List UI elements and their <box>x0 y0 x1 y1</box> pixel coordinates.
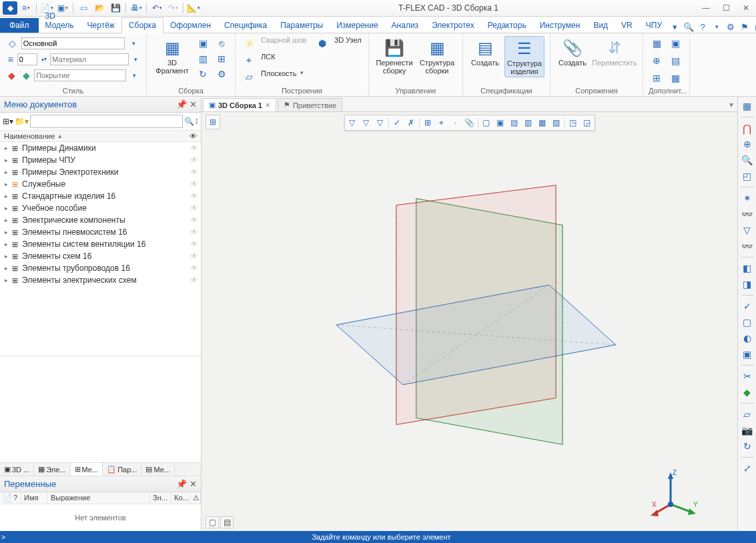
undo-icon[interactable]: ↶▾ <box>149 1 164 15</box>
tab-tools[interactable]: Инструмен <box>533 18 587 33</box>
list-item[interactable]: ▸⊞Примеры ЧПУ👁 <box>0 154 201 166</box>
extra-icon-1[interactable]: ▦ <box>649 36 665 51</box>
assem-gear-icon[interactable]: ⚙ <box>214 67 230 81</box>
app-icon[interactable]: ◆ <box>3 1 17 15</box>
coating-drop-icon[interactable]: ▾ <box>127 68 141 83</box>
panetab-elem[interactable]: ▦Эле... <box>34 463 70 476</box>
rt-expand-icon[interactable]: ⤢ <box>740 461 755 476</box>
minimize-button[interactable]: — <box>696 1 716 15</box>
rt-refresh-icon[interactable]: ↻ <box>740 439 755 454</box>
rt-magnet-icon[interactable]: ⋂ <box>740 121 755 135</box>
lsk-icon[interactable]: ⌖ <box>241 53 257 67</box>
assem-rotate-icon[interactable]: ↻ <box>195 67 211 81</box>
assem-box-icon[interactable]: ▣ <box>195 36 211 51</box>
layer-icon[interactable]: ◇ <box>5 36 20 51</box>
extra-icon-3[interactable]: ⊕ <box>649 53 665 68</box>
3d-viewport[interactable]: ⊞ ▽ ▽ ▽ ✓ ✗ ⊞ ⌖ · 📎 ▢ ▣ ▤ ▥ ▦ ▧ <box>202 112 737 531</box>
rt-green-icon[interactable]: ◆ <box>740 385 755 400</box>
tab-editors[interactable]: Редакторь <box>481 18 533 33</box>
menu-icon[interactable]: ≡▾ <box>19 1 33 15</box>
rt-tri-icon[interactable]: ▽ <box>740 223 755 237</box>
panetab-3d[interactable]: ▣3D ... <box>0 463 34 476</box>
list-item[interactable]: ▸⊞Служебные👁 <box>0 178 201 190</box>
color2-icon[interactable]: ◆ <box>20 68 33 83</box>
vp-view2-icon[interactable]: ▤ <box>220 516 234 528</box>
lsk-label[interactable]: ЛСК <box>261 53 276 67</box>
rt-wireframe-icon[interactable]: ▢ <box>740 315 755 330</box>
color1-icon[interactable]: ◆ <box>5 68 19 83</box>
tab-3d-model[interactable]: 3D Модель <box>39 9 81 33</box>
tab-spec[interactable]: Специфика <box>218 18 274 33</box>
rt-zoomfit-icon[interactable]: ⊕ <box>740 137 755 151</box>
tab-assembly[interactable]: Сборка <box>121 17 163 33</box>
vars-pin-icon[interactable]: 📌 <box>176 479 187 489</box>
fragment-button[interactable]: ▦ 3D Фрагмент <box>152 36 192 76</box>
doctab-active[interactable]: ▣ 3D Сборка 1 ✕ <box>203 98 276 111</box>
tab-params[interactable]: Параметры <box>274 18 330 33</box>
level-icon[interactable]: ≡ <box>5 52 16 67</box>
rt-glasses2-icon[interactable]: 👓 <box>740 239 755 253</box>
material-drop-icon[interactable]: ▾ <box>130 52 141 67</box>
material-input[interactable] <box>50 53 129 65</box>
rt-zoomin-icon[interactable]: 🔍 <box>740 153 755 167</box>
rt-section-icon[interactable]: ✂ <box>740 369 755 384</box>
filter-icon[interactable]: ⁝ <box>196 117 198 126</box>
rt-check-icon[interactable]: ✓ <box>740 299 755 314</box>
layer-select[interactable] <box>21 37 125 49</box>
panel-close-icon[interactable]: ✕ <box>190 99 197 109</box>
plane-icon[interactable]: ▱ <box>241 69 257 84</box>
list-item[interactable]: ▸⊞Учебное пособие👁 <box>0 202 201 214</box>
list-item[interactable]: ▸⊞Стандартные изделия 16👁 <box>0 190 201 202</box>
doclist-header[interactable]: Наименование ▲ 👁 <box>0 131 201 142</box>
tab-drawing[interactable]: Чертёж <box>81 18 121 33</box>
tab-design[interactable]: Оформлен <box>163 18 218 33</box>
tab-cnc[interactable]: ЧПУ <box>639 18 669 33</box>
rt-cube-red-icon[interactable]: ◧ <box>740 261 755 276</box>
layer-drop-icon[interactable]: ▾ <box>126 36 141 51</box>
doctabs-dropdown-icon[interactable]: ▾ <box>725 98 737 111</box>
tab-electro[interactable]: Электротех <box>425 18 481 33</box>
axis-triad[interactable]: Z Y X <box>651 466 704 519</box>
level-stepper[interactable]: ▴▾ <box>39 52 49 67</box>
doctab-welcome[interactable]: ⚑ Приветствие <box>278 98 342 111</box>
plane-label[interactable]: Плоскость <box>261 69 296 84</box>
rt-zoomwin-icon[interactable]: ◰ <box>740 169 755 183</box>
extra-icon-4[interactable]: ▤ <box>667 53 683 68</box>
redo-icon[interactable]: ↷▾ <box>165 1 180 15</box>
node3d-icon[interactable]: ⬢ <box>314 36 330 51</box>
docmenu-search-input[interactable] <box>30 115 183 128</box>
help-icon[interactable]: ? <box>697 21 709 33</box>
doctab-close-icon[interactable]: ✕ <box>265 101 270 109</box>
list-item[interactable]: ▸⊞Примеры Электротехники👁 <box>0 166 201 178</box>
doclist[interactable]: ▸⊞Примеры Динамики👁▸⊞Примеры ЧПУ👁▸⊞Приме… <box>0 142 201 356</box>
rt-camera-icon[interactable]: 📷 <box>740 423 755 438</box>
panetab-menu[interactable]: ⊞Ме... <box>71 463 103 476</box>
gear-icon[interactable]: ⚙ <box>725 21 737 33</box>
rt-shade-icon[interactable]: ◐ <box>740 331 755 346</box>
collapse-ribbon-icon[interactable]: ▢ <box>753 21 756 33</box>
rt-render-icon[interactable]: ▣ <box>740 347 755 362</box>
search-icon[interactable]: 🔍 <box>683 21 695 33</box>
list-item[interactable]: ▸⊞Элементы схем 16👁 <box>0 250 201 262</box>
move-assembly-button[interactable]: 💾 Перенести сборку <box>374 36 414 76</box>
assem-many-icon[interactable]: ▥ <box>195 51 211 66</box>
node3d-label[interactable]: 3D Узел <box>334 36 362 51</box>
search-go-icon[interactable]: 🔍 <box>184 117 194 126</box>
tab-vr[interactable]: VR <box>615 18 639 33</box>
rt-top-icon[interactable]: ▦ <box>740 99 755 113</box>
list-item[interactable]: ▸⊞Примеры Динамики👁 <box>0 142 201 154</box>
coating-input[interactable] <box>34 69 126 81</box>
flag-icon[interactable]: ⚑ <box>739 21 751 33</box>
product-struct-button[interactable]: ☰ Структура изделия <box>504 36 544 77</box>
list-item[interactable]: ▸⊞Элементы систем вентиляции 16👁 <box>0 238 201 250</box>
rt-view1-icon[interactable]: ✶ <box>740 191 755 205</box>
name-column[interactable]: Наименование <box>4 132 55 140</box>
vp-view1-icon[interactable]: ▢ <box>206 516 219 528</box>
vars-close-icon[interactable]: ✕ <box>190 479 197 489</box>
assem-link-icon[interactable]: ⎋ <box>214 36 230 51</box>
level-input[interactable] <box>17 53 37 65</box>
list-item[interactable]: ▸⊞Элементы электрических схем👁 <box>0 274 201 286</box>
assem-split-icon[interactable]: ⊞ <box>214 51 230 66</box>
maximize-button[interactable]: ☐ <box>716 1 736 15</box>
panetab-menu2[interactable]: ▤Ме... <box>141 463 175 476</box>
